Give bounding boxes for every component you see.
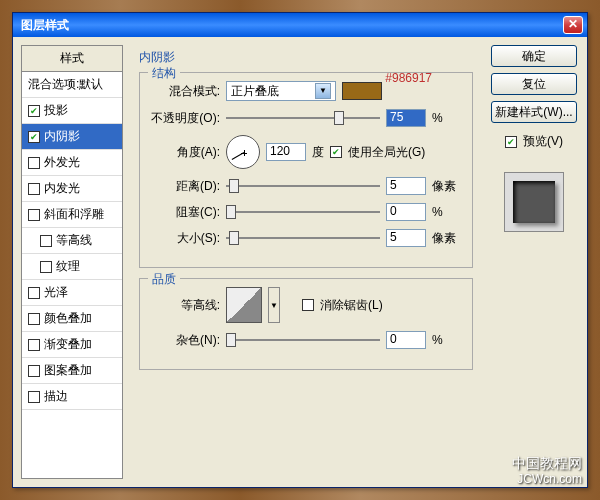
opacity-label: 不透明度(O):	[150, 110, 220, 127]
blending-options-default[interactable]: 混合选项:默认	[22, 72, 122, 98]
style-item-4[interactable]: 斜面和浮雕	[22, 202, 122, 228]
style-checkbox[interactable]	[28, 365, 40, 377]
blend-mode-select[interactable]: 正片叠底 ▼	[226, 81, 336, 101]
new-style-button[interactable]: 新建样式(W)...	[491, 101, 577, 123]
contour-dropdown-icon[interactable]: ▼	[268, 287, 280, 323]
antialias-checkbox[interactable]	[302, 299, 314, 311]
choke-label: 阻塞(C):	[150, 204, 220, 221]
structure-fieldset: 结构 #986917 混合模式: 正片叠底 ▼ 不透明度(O): 75 %	[139, 72, 473, 268]
distance-label: 距离(D):	[150, 178, 220, 195]
chevron-down-icon: ▼	[315, 83, 331, 99]
style-item-label: 颜色叠加	[44, 310, 92, 327]
style-checkbox[interactable]	[40, 235, 52, 247]
distance-input[interactable]: 5	[386, 177, 426, 195]
style-item-label: 渐变叠加	[44, 336, 92, 353]
style-checkbox[interactable]	[28, 287, 40, 299]
style-item-label: 纹理	[56, 258, 80, 275]
style-checkbox[interactable]: ✔	[28, 131, 40, 143]
distance-slider[interactable]	[226, 178, 380, 194]
style-item-label: 等高线	[56, 232, 92, 249]
noise-label: 杂色(N):	[150, 332, 220, 349]
style-item-label: 斜面和浮雕	[44, 206, 104, 223]
antialias-label: 消除锯齿(L)	[320, 297, 383, 314]
preview-swatch	[513, 181, 555, 223]
dialog-title: 图层样式	[17, 17, 563, 34]
style-item-0[interactable]: ✔投影	[22, 98, 122, 124]
angle-input[interactable]: 120	[266, 143, 306, 161]
style-item-label: 内阴影	[44, 128, 80, 145]
styles-list-panel: 样式 混合选项:默认 ✔投影✔内阴影外发光内发光斜面和浮雕等高线纹理光泽颜色叠加…	[21, 45, 123, 479]
layer-style-dialog: 图层样式 ✕ 样式 混合选项:默认 ✔投影✔内阴影外发光内发光斜面和浮雕等高线纹…	[12, 12, 588, 488]
quality-legend: 品质	[148, 271, 180, 288]
style-item-1[interactable]: ✔内阴影	[22, 124, 122, 150]
style-checkbox[interactable]	[28, 183, 40, 195]
style-item-11[interactable]: 描边	[22, 384, 122, 410]
preview-label: 预览(V)	[523, 133, 563, 150]
style-item-10[interactable]: 图案叠加	[22, 358, 122, 384]
global-light-checkbox[interactable]: ✔	[330, 146, 342, 158]
ok-button[interactable]: 确定	[491, 45, 577, 67]
style-checkbox[interactable]	[40, 261, 52, 273]
contour-picker[interactable]	[226, 287, 262, 323]
style-item-label: 描边	[44, 388, 68, 405]
settings-panel: 内阴影 结构 #986917 混合模式: 正片叠底 ▼ 不透明度(O): 75 …	[131, 45, 481, 479]
close-button[interactable]: ✕	[563, 16, 583, 34]
style-item-6[interactable]: 纹理	[22, 254, 122, 280]
preview-box	[504, 172, 564, 232]
opacity-input[interactable]: 75	[386, 109, 426, 127]
style-checkbox[interactable]	[28, 209, 40, 221]
noise-slider[interactable]	[226, 332, 380, 348]
structure-legend: 结构	[148, 65, 180, 82]
quality-fieldset: 品质 等高线: ▼ 消除锯齿(L) 杂色(N): 0 %	[139, 278, 473, 370]
size-label: 大小(S):	[150, 230, 220, 247]
choke-slider[interactable]	[226, 204, 380, 220]
blend-mode-label: 混合模式:	[150, 83, 220, 100]
hex-annotation: #986917	[385, 71, 432, 85]
style-item-label: 内发光	[44, 180, 80, 197]
dialog-body: 样式 混合选项:默认 ✔投影✔内阴影外发光内发光斜面和浮雕等高线纹理光泽颜色叠加…	[13, 37, 587, 487]
style-checkbox[interactable]	[28, 157, 40, 169]
angle-label: 角度(A):	[150, 144, 220, 161]
watermark: 中国教程网 JCWcn.com	[512, 455, 582, 486]
titlebar: 图层样式 ✕	[13, 13, 587, 37]
style-checkbox[interactable]	[28, 313, 40, 325]
style-checkbox[interactable]	[28, 339, 40, 351]
style-item-9[interactable]: 渐变叠加	[22, 332, 122, 358]
opacity-slider[interactable]	[226, 110, 380, 126]
styles-list-header: 样式	[22, 46, 122, 72]
style-item-label: 图案叠加	[44, 362, 92, 379]
size-input[interactable]: 5	[386, 229, 426, 247]
cancel-button[interactable]: 复位	[491, 73, 577, 95]
preview-checkbox[interactable]: ✔	[505, 136, 517, 148]
style-item-label: 外发光	[44, 154, 80, 171]
global-light-label: 使用全局光(G)	[348, 144, 425, 161]
size-slider[interactable]	[226, 230, 380, 246]
style-item-label: 光泽	[44, 284, 68, 301]
style-checkbox[interactable]	[28, 391, 40, 403]
style-item-7[interactable]: 光泽	[22, 280, 122, 306]
contour-label: 等高线:	[150, 297, 220, 314]
style-item-label: 投影	[44, 102, 68, 119]
style-item-3[interactable]: 内发光	[22, 176, 122, 202]
choke-input[interactable]: 0	[386, 203, 426, 221]
shadow-color-swatch[interactable]	[342, 82, 382, 100]
style-checkbox[interactable]: ✔	[28, 105, 40, 117]
style-item-2[interactable]: 外发光	[22, 150, 122, 176]
panel-title: 内阴影	[139, 49, 473, 66]
style-item-8[interactable]: 颜色叠加	[22, 306, 122, 332]
noise-input[interactable]: 0	[386, 331, 426, 349]
action-panel: 确定 复位 新建样式(W)... ✔ 预览(V)	[489, 45, 579, 479]
angle-dial[interactable]	[226, 135, 260, 169]
style-item-5[interactable]: 等高线	[22, 228, 122, 254]
